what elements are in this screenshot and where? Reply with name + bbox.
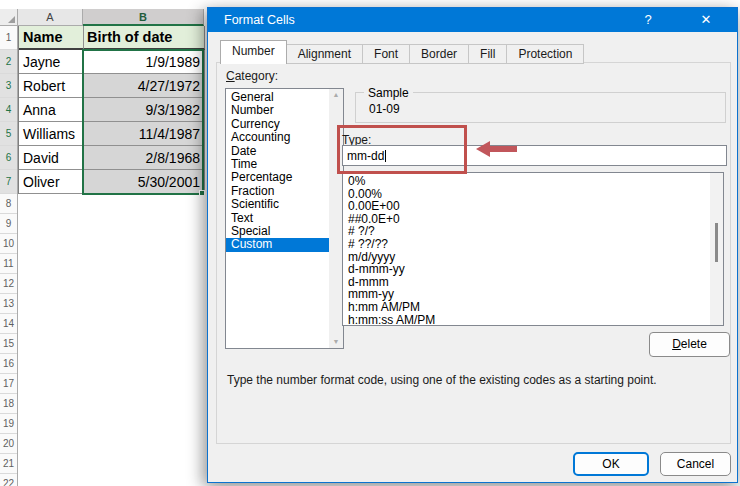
format-code-item[interactable]: d-mmm-yy [348, 263, 723, 276]
category-item[interactable]: General [226, 91, 343, 104]
row-header[interactable]: 18 [0, 394, 17, 414]
cell-grid: Name Birth of date Jayne 1/9/1989 Robert… [18, 26, 205, 194]
row-number-gutter: 1 2 3 4 5 6 7 8 9 10 11 12 [0, 26, 18, 486]
row-header[interactable]: 6 [0, 146, 17, 170]
format-code-item[interactable]: h:mm AM/PM [348, 301, 723, 314]
category-listbox[interactable]: General Number Currency Accounting Date … [225, 88, 344, 349]
codes-scrollbar-thumb[interactable] [715, 223, 718, 262]
category-item[interactable]: Text [226, 212, 343, 225]
format-code-item[interactable]: 0.00% [348, 188, 723, 201]
date-cell[interactable]: 2/8/1968 [84, 146, 205, 170]
date-cell[interactable]: 4/27/1972 [84, 74, 205, 98]
table-row: Robert 4/27/1972 [19, 74, 205, 98]
name-cell[interactable]: Anna [19, 98, 84, 122]
type-input-value: mm-dd [347, 149, 384, 163]
row-header-1[interactable]: 1 [0, 26, 17, 50]
sample-value: 01-09 [369, 102, 400, 116]
table-row: David 2/8/1968 [19, 146, 205, 170]
table-row: Jayne 1/9/1989 [19, 50, 205, 74]
format-code-item[interactable]: ##0.0E+0 [348, 213, 723, 226]
category-item[interactable]: Time [226, 158, 343, 171]
column-header-a[interactable]: A [18, 9, 83, 26]
tab[interactable]: Fill [468, 44, 507, 64]
select-all-button[interactable] [0, 9, 18, 26]
row-header[interactable]: 14 [0, 314, 17, 334]
name-cell[interactable]: Oliver [19, 170, 84, 194]
category-item[interactable]: Number [226, 104, 343, 117]
format-code-item[interactable]: 0.00E+00 [348, 200, 723, 213]
date-cell[interactable]: 9/3/1982 [84, 98, 205, 122]
category-item[interactable]: Custom [226, 238, 343, 251]
screen: A B 1 2 3 4 5 6 7 8 9 10 [0, 0, 740, 486]
row-header[interactable]: 4 [0, 98, 17, 122]
row-header[interactable]: 10 [0, 234, 17, 254]
row-header[interactable]: 21 [0, 454, 17, 474]
table-row: Oliver 5/30/2001 [19, 170, 205, 194]
cell-a1-name-header[interactable]: Name [19, 26, 84, 50]
row-header[interactable]: 5 [0, 122, 17, 146]
format-code-item[interactable]: # ??/?? [348, 238, 723, 251]
tab-strip: Number Alignment Font Border Fill Protec… [220, 40, 584, 64]
row-header[interactable]: 20 [0, 434, 17, 454]
column-header-b[interactable]: B [83, 9, 204, 26]
format-cells-dialog: Format Cells ? ✕ Number Alignment Font B… [207, 7, 738, 483]
row-header[interactable]: 8 [0, 194, 17, 214]
table-row: Anna 9/3/1982 [19, 98, 205, 122]
category-item[interactable]: Date [226, 145, 343, 158]
row-header[interactable]: 22 [0, 474, 17, 486]
tab[interactable]: Number [220, 40, 287, 64]
tab[interactable]: Border [409, 44, 469, 64]
tab[interactable]: Font [362, 44, 410, 64]
delete-button[interactable]: Delete [649, 332, 730, 357]
row-header[interactable]: 16 [0, 354, 17, 374]
sample-label: Sample [364, 86, 413, 100]
type-input[interactable]: mm-dd [342, 145, 727, 166]
scroll-down-icon[interactable]: ▼ [329, 336, 343, 348]
date-cell[interactable]: 5/30/2001 [84, 170, 205, 194]
ok-button[interactable]: OK [573, 452, 649, 476]
name-cell[interactable]: Williams [19, 122, 84, 146]
name-cell[interactable]: David [19, 146, 84, 170]
category-item[interactable]: Currency [226, 118, 343, 131]
category-item[interactable]: Percentage [226, 171, 343, 184]
date-cell[interactable]: 1/9/1989 [84, 50, 205, 74]
close-icon[interactable]: ✕ [689, 8, 723, 32]
row-header[interactable]: 3 [0, 74, 17, 98]
format-codes-listbox[interactable]: 0% 0.00% 0.00E+00 ##0.0E+0 # ?/? # ??/??… [342, 172, 724, 326]
format-code-item[interactable]: d-mmm [348, 276, 723, 289]
row-header[interactable]: 19 [0, 414, 17, 434]
row-header[interactable]: 12 [0, 274, 17, 294]
scroll-up-icon[interactable]: ▲ [329, 89, 343, 101]
table-row: Williams 11/4/1987 [19, 122, 205, 146]
row-header[interactable]: 7 [0, 170, 17, 194]
help-button[interactable]: ? [631, 8, 665, 32]
row-header[interactable]: 13 [0, 294, 17, 314]
table-header-row: Name Birth of date [19, 26, 205, 50]
category-item[interactable]: Special [226, 225, 343, 238]
tab[interactable]: Alignment [286, 44, 363, 64]
category-item[interactable]: Fraction [226, 185, 343, 198]
cancel-button[interactable]: Cancel [660, 452, 731, 476]
row-header[interactable]: 15 [0, 334, 17, 354]
format-code-item[interactable]: 0% [348, 175, 723, 188]
codes-scrollbar[interactable] [710, 173, 723, 325]
row-header[interactable]: 11 [0, 254, 17, 274]
select-all-icon [8, 16, 15, 23]
name-cell[interactable]: Robert [19, 74, 84, 98]
category-scrollbar[interactable]: ▲ ▼ [329, 89, 343, 348]
cell-b1-date-header[interactable]: Birth of date [84, 26, 205, 50]
date-cell[interactable]: 11/4/1987 [84, 122, 205, 146]
category-label: Category: [226, 69, 278, 83]
description-text: Type the number format code, using one o… [227, 373, 717, 387]
category-item[interactable]: Scientific [226, 198, 343, 211]
name-cell[interactable]: Jayne [19, 50, 84, 74]
format-code-item[interactable]: h:mm:ss AM/PM [348, 314, 723, 326]
row-header[interactable]: 9 [0, 214, 17, 234]
category-item[interactable]: Accounting [226, 131, 343, 144]
tab[interactable]: Protection [506, 44, 584, 64]
sample-groupbox: Sample 01-09 [355, 92, 726, 123]
text-cursor [385, 150, 386, 162]
format-code-item[interactable]: # ?/? [348, 225, 723, 238]
row-header[interactable]: 17 [0, 374, 17, 394]
row-header[interactable]: 2 [0, 50, 17, 74]
